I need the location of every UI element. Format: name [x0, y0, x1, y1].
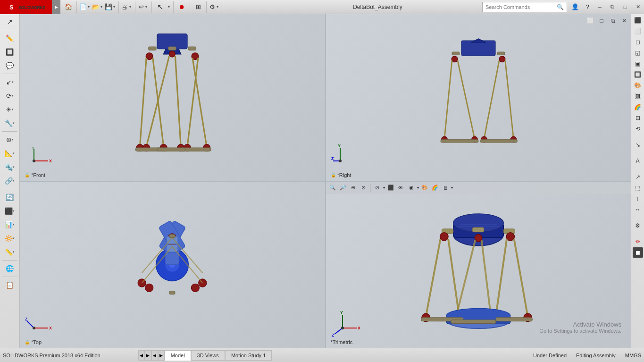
svg-line-37 — [444, 61, 452, 139]
right-btn-9[interactable]: 🌈 — [633, 102, 643, 112]
vt-zoom3[interactable]: ⊕ — [349, 183, 358, 193]
tab-scroll-1[interactable]: ◀ — [151, 350, 158, 361]
sidebar-btn-16[interactable]: 🔆▾ — [1, 232, 18, 245]
expand-arrow[interactable]: ▶ — [52, 0, 60, 14]
search-input[interactable] — [485, 4, 557, 10]
tab-next[interactable]: ▶ — [145, 350, 151, 361]
right-btn-8[interactable]: 🖼 — [633, 91, 643, 101]
viewport-top[interactable]: X Z 🔒 *Top — [20, 182, 325, 348]
sidebar-btn-18[interactable]: 🌐 — [1, 262, 18, 275]
sidebar-btn-6[interactable]: ⟳▾ — [1, 89, 18, 102]
sidebar-btn-15[interactable]: 📊▾ — [1, 218, 18, 231]
right-btn-20[interactable]: ◼ — [633, 247, 643, 258]
select-tool-button[interactable]: ↖ — [154, 1, 166, 13]
vt-zoom[interactable]: 🔍 — [328, 183, 337, 193]
sidebar-divider-6 — [2, 277, 17, 277]
sidebar-btn-9[interactable]: ⊕▾ — [1, 133, 18, 146]
viewport-trimetric[interactable]: 🔍 🔎 ⊕ ⊙ ⊘ ▾ ⬛ 👁 ◉ ▾ 🎨 🌈 🖥 ▾ — [326, 182, 631, 348]
right-btn-4[interactable]: ◱ — [633, 48, 643, 58]
front-lock-icon: 🔒 — [25, 173, 30, 177]
svg-point-76 — [33, 327, 35, 329]
undo-button[interactable]: ↩▾ — [137, 1, 150, 13]
right-btn-6[interactable]: 🔲 — [633, 69, 643, 80]
svg-rect-45 — [441, 140, 478, 143]
right-btn-1[interactable]: ⬛ — [633, 15, 643, 25]
maximize-button[interactable]: □ — [619, 0, 631, 14]
right-btn-2[interactable]: ⬜ — [633, 26, 643, 36]
vt-display-drop[interactable]: ▾ — [417, 185, 419, 190]
svg-text:X: X — [49, 326, 52, 330]
tab-model[interactable]: Model — [165, 350, 191, 361]
sidebar-btn-12[interactable]: 🔗▾ — [1, 174, 18, 187]
user-icon[interactable]: 👤 — [569, 1, 581, 13]
vt-monitor-drop[interactable]: ▾ — [451, 185, 453, 190]
search-box[interactable]: 🔍 — [482, 2, 567, 12]
print-button[interactable]: 🖨▾ — [121, 1, 133, 13]
svg-rect-6 — [188, 47, 196, 50]
vt-zoom4[interactable]: ⊙ — [359, 183, 368, 193]
sidebar-btn-19[interactable]: 📋 — [1, 278, 18, 292]
close-button[interactable]: ✕ — [632, 0, 644, 14]
vt-display2[interactable]: ◉ — [407, 183, 416, 193]
right-btn-10[interactable]: ⊡ — [633, 113, 643, 123]
sidebar-btn-2[interactable]: ✏️ — [1, 32, 18, 45]
svg-text:SOLIDWORKS: SOLIDWORKS — [18, 5, 45, 10]
right-btn-16[interactable]: ↕ — [633, 194, 643, 204]
right-btn-11[interactable]: ⟲ — [633, 124, 643, 134]
tab-scroll-2[interactable]: ▶ — [158, 350, 165, 361]
svg-rect-7 — [168, 47, 176, 50]
tab-3dviews[interactable]: 3D Views — [191, 350, 225, 361]
open-button[interactable]: 📂▾ — [92, 1, 104, 13]
sidebar-btn-5[interactable]: ↙▾ — [1, 76, 18, 89]
right-btn-7[interactable]: 🎨 — [633, 80, 643, 91]
vt-render[interactable]: 🎨 — [420, 183, 429, 193]
vt-section-drop[interactable]: ▾ — [383, 185, 385, 190]
right-btn-14[interactable]: ↗ — [633, 172, 643, 182]
right-btn-17[interactable]: ↔ — [633, 204, 643, 215]
right-btn-5[interactable]: ▣ — [633, 59, 643, 69]
restore-button[interactable]: ⧉ — [606, 0, 619, 14]
sidebar-btn-11[interactable]: 🔩▾ — [1, 160, 18, 174]
sidebar-btn-17[interactable]: 📏▾ — [1, 245, 18, 259]
right-btn-15[interactable]: ⬚ — [633, 183, 643, 193]
window-title: DeltaBot_Assembly — [273, 4, 482, 10]
viewport-front[interactable]: X Y 🔒 *Front — [20, 14, 325, 181]
viewport-right[interactable]: ⬜ □ ⧉ ✕ — [326, 14, 631, 181]
vt-render2[interactable]: 🌈 — [430, 183, 440, 193]
record-button[interactable]: ⏺ — [176, 1, 188, 13]
toolbar-group-select: ↖ ▾ — [154, 1, 174, 13]
home-button[interactable]: 🏠 — [62, 1, 75, 13]
vt-display[interactable]: 👁 — [396, 183, 406, 193]
vt-monitor[interactable]: 🖥 — [441, 183, 450, 193]
minimize-button[interactable]: ─ — [594, 0, 606, 14]
svg-rect-103 — [451, 320, 496, 323]
vt-zoom2[interactable]: 🔎 — [338, 183, 348, 193]
sidebar-btn-3[interactable]: 🔲 — [1, 45, 18, 59]
right-btn-18[interactable]: ⚙ — [633, 220, 643, 231]
sidebar-btn-10[interactable]: 📐▾ — [1, 147, 18, 160]
settings-button[interactable]: ⚙▾ — [209, 1, 221, 13]
grid-button[interactable]: ⊞ — [192, 1, 204, 13]
right-btn-13[interactable]: A — [633, 156, 643, 166]
sidebar-btn-13[interactable]: 🔄 — [1, 191, 18, 204]
vt-section[interactable]: ⊘ — [373, 183, 382, 193]
sidebar-btn-8[interactable]: 🔧▾ — [1, 117, 18, 130]
svg-line-14 — [192, 58, 207, 147]
select-dropdown[interactable]: ▾ — [167, 1, 171, 13]
svg-line-74 — [27, 321, 34, 328]
new-button[interactable]: 📄▾ — [79, 1, 91, 13]
sidebar-btn-4[interactable]: 💬 — [1, 59, 18, 72]
svg-text:X: X — [358, 326, 360, 330]
tab-prev[interactable]: ◀ — [138, 350, 145, 361]
help-button[interactable]: ? — [581, 1, 594, 13]
save-button[interactable]: 💾▾ — [104, 1, 117, 13]
sidebar-btn-14[interactable]: ⬛▾ — [1, 204, 18, 218]
vt-clip[interactable]: ⬛ — [386, 183, 395, 193]
sidebar-btn-1[interactable]: ↗ — [1, 15, 18, 28]
right-btn-3[interactable]: ◻ — [633, 37, 643, 47]
sidebar-btn-7[interactable]: ☀▾ — [1, 103, 18, 116]
window-controls: ─ ⧉ □ ✕ — [594, 0, 644, 14]
tab-motion-study[interactable]: Motion Study 1 — [225, 350, 272, 361]
right-btn-12[interactable]: ↘ — [633, 140, 643, 150]
right-btn-19[interactable]: ✏ — [633, 236, 643, 247]
